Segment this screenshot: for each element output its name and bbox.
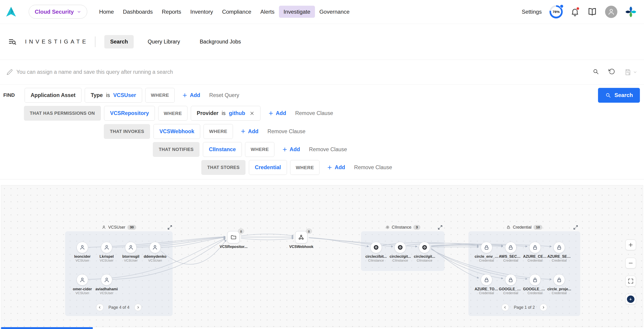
graph-node-vcsuser[interactable]: ddemydenko VCSUser (143, 242, 167, 262)
where-button[interactable]: WHERE (158, 106, 188, 121)
zoom-out-button[interactable] (625, 258, 636, 268)
nav-item-reports[interactable]: Reports (157, 6, 186, 18)
entity-button[interactable]: CIInstance (203, 142, 242, 157)
type-filter-chip[interactable]: Type is VCSUser (85, 88, 142, 103)
save-query-button[interactable] (624, 69, 638, 76)
undo-icon[interactable] (608, 68, 615, 76)
query-results-graph[interactable]: VCSUser 30 CIInstance 3 Credential 10 le… (1, 185, 643, 327)
cluster-header-credential[interactable]: Credential 10 (506, 225, 542, 230)
add-condition-button[interactable]: Add (282, 146, 300, 152)
remove-clause-button[interactable]: Remove Clause (295, 110, 333, 116)
add-condition-button[interactable]: Add (182, 92, 200, 98)
run-search-button[interactable]: Search (598, 88, 640, 103)
next-page-button[interactable] (134, 304, 142, 311)
lock-icon (481, 242, 492, 254)
prev-page-button[interactable] (96, 304, 104, 311)
graph-node-vcsrepository[interactable]: 8 VCSRepositor... (219, 231, 248, 249)
settings-link[interactable]: Settings (522, 9, 542, 15)
nav-item-alerts[interactable]: Alerts (256, 6, 279, 18)
app-logo-icon[interactable] (6, 6, 16, 17)
nav-item-investigate[interactable]: Investigate (279, 6, 315, 18)
nav-item-compliance[interactable]: Compliance (218, 6, 256, 18)
plus-icon (182, 92, 188, 98)
notifications-bell-icon[interactable] (570, 7, 580, 16)
filter-key: Provider (197, 110, 218, 116)
node-label: AZURE_CEREDE... (523, 254, 547, 259)
node-label: circleci/bit... (364, 254, 388, 259)
add-condition-button[interactable]: Add (327, 164, 345, 170)
tab-background-jobs[interactable]: Background Jobs (194, 35, 247, 48)
expand-cluster-ciinstance-icon[interactable] (437, 225, 443, 231)
node-label: circle_env_v... (474, 254, 498, 259)
lock-icon (553, 274, 565, 286)
entity-button[interactable]: VCSWebhook (154, 124, 200, 139)
product-selector-dropdown[interactable]: Cloud Security (29, 5, 87, 19)
nav-item-inventory[interactable]: Inventory (186, 6, 218, 18)
query-name-input[interactable]: You can assign a name and save this quer… (16, 69, 173, 75)
remove-clause-button[interactable]: Remove Clause (268, 128, 306, 134)
expand-cluster-credential-icon[interactable] (573, 225, 578, 231)
docs-book-icon[interactable] (587, 7, 597, 16)
where-button[interactable]: WHERE (204, 124, 233, 139)
download-graph-button[interactable] (625, 294, 636, 305)
graph-node-credential[interactable]: GOOGLE_SECRE... Credential (523, 274, 547, 295)
node-label: omer-cider (70, 287, 94, 291)
prev-page-button[interactable] (502, 304, 509, 311)
where-button[interactable]: WHERE (145, 88, 175, 103)
relation-button[interactable]: THAT HAS PERMISSIONS ON (24, 106, 101, 121)
search-saved-queries-icon[interactable] (592, 68, 599, 76)
add-condition-button[interactable]: Add (240, 128, 258, 134)
tab-query-library[interactable]: Query Library (142, 35, 186, 48)
plus-icon (240, 128, 246, 134)
nav-item-governance[interactable]: Governance (315, 6, 354, 18)
add-condition-button[interactable]: Add (268, 110, 286, 116)
relation-button[interactable]: THAT NOTIFIES (153, 142, 200, 157)
graph-node-ciinstance[interactable]: circleci/git... CIInstance (388, 242, 412, 262)
asset-category-button[interactable]: Application Asset (24, 88, 82, 103)
where-button[interactable]: WHERE (245, 142, 274, 157)
node-type: Credential (499, 259, 523, 262)
graph-node-ciinstance[interactable]: circleci/git... CIInstance (413, 242, 436, 262)
graph-node-vcsuser[interactable]: omer-cider VCSUser (70, 274, 94, 295)
remove-clause-button[interactable]: Remove Clause (354, 164, 392, 170)
zoom-in-button[interactable] (625, 240, 636, 250)
query-list-icon[interactable] (8, 38, 17, 46)
graph-node-credential[interactable]: AWS_SECRET_A... Credential (499, 242, 523, 262)
graph-node-credential[interactable]: AZURE_SECRET... Credential (547, 242, 571, 262)
cluster-header-ciinstance[interactable]: CIInstance 3 (385, 225, 420, 230)
entity-button[interactable]: Credential (249, 160, 287, 175)
webhook-icon (295, 231, 308, 244)
node-type: VCSUser (119, 259, 143, 262)
download-icon (627, 296, 634, 303)
expand-cluster-vcsuser-icon[interactable] (167, 225, 172, 231)
graph-node-vcsuser[interactable]: leoncider VCSUser (70, 242, 94, 262)
remove-clause-button[interactable]: Remove Clause (309, 146, 347, 152)
usage-progress-ring[interactable]: 78% (550, 5, 563, 18)
graph-node-ciinstance[interactable]: circleci/bit... CIInstance (364, 242, 388, 262)
horizontal-scrollbar-thumb[interactable] (1, 327, 93, 329)
remove-filter-icon[interactable] (249, 111, 254, 116)
entity-button[interactable]: VCSRepository (104, 106, 155, 121)
graph-node-credential[interactable]: AZURE_CEREDE... Credential (523, 242, 547, 262)
nav-item-home[interactable]: Home (94, 6, 118, 18)
graph-node-vcsuser[interactable]: btorresgil VCSUser (119, 242, 143, 262)
next-page-button[interactable] (540, 304, 547, 311)
reset-query-button[interactable]: Reset Query (209, 92, 239, 98)
graph-node-credential[interactable]: GOOGLE_CREDE... Credential (499, 274, 523, 295)
nav-item-dashboards[interactable]: Dashboards (118, 6, 157, 18)
graph-node-credential[interactable]: circle_proje... Credential (547, 274, 571, 295)
brand-pinwheel-icon[interactable] (625, 6, 637, 18)
graph-node-vcswebhook[interactable]: 8 VCSWebhook (287, 231, 316, 249)
provider-filter-chip[interactable]: Provider is github (191, 106, 260, 121)
relation-button[interactable]: THAT STORES (201, 160, 246, 175)
fullscreen-button[interactable] (625, 276, 636, 286)
graph-node-vcsuser[interactable]: aviadhahami VCSUser (95, 274, 119, 295)
graph-node-credential[interactable]: AZURE_TOKEN_... Credential (474, 274, 498, 295)
where-button[interactable]: WHERE (290, 160, 320, 175)
graph-node-credential[interactable]: circle_env_v... Credential (474, 242, 498, 262)
cluster-header-vcsuser[interactable]: VCSUser 30 (102, 225, 136, 230)
relation-button[interactable]: THAT INVOKES (104, 124, 150, 139)
user-avatar[interactable] (605, 6, 617, 18)
graph-node-vcsuser[interactable]: Lkrispel VCSUser (95, 242, 119, 262)
tab-search[interactable]: Search (104, 35, 134, 48)
